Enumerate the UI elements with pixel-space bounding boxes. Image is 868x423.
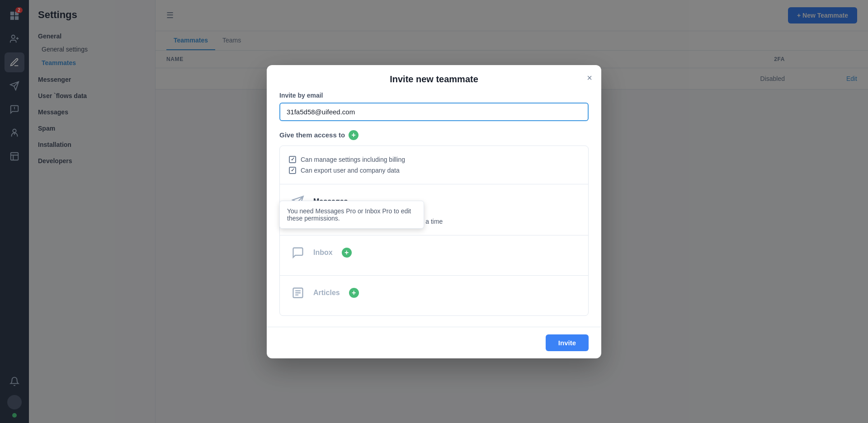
- inbox-icon: [289, 244, 307, 262]
- access-label: Give them access to +: [279, 130, 589, 140]
- modal-overlay[interactable]: Invite new teammate × Invite by email Gi…: [0, 0, 868, 423]
- invite-button[interactable]: Invite: [546, 334, 589, 351]
- permission-section-inbox: Inbox +: [280, 235, 588, 276]
- permission-label-export: Can export user and company data: [301, 167, 400, 174]
- permission-section-articles: Articles +: [280, 276, 588, 315]
- modal-title: Invite new teammate: [390, 74, 478, 85]
- permission-label-billing: Can manage settings including billing: [301, 156, 405, 163]
- modal-footer: Invite: [267, 327, 601, 358]
- articles-icon: [289, 284, 307, 302]
- tooltip-text: You need Messages Pro or Inbox Pro to ed…: [287, 207, 411, 222]
- articles-section-header: Articles +: [289, 284, 579, 302]
- permission-section-settings: Can manage settings including billing Ca…: [280, 146, 588, 184]
- inbox-section-header: Inbox +: [289, 244, 579, 262]
- articles-section-title: Articles: [313, 289, 340, 297]
- email-field-label: Invite by email: [279, 92, 589, 99]
- permissions-container: Can manage settings including billing Ca…: [279, 146, 589, 316]
- checkbox-billing[interactable]: [289, 156, 296, 163]
- modal-header: Invite new teammate ×: [267, 65, 601, 92]
- tooltip: You need Messages Pro or Inbox Pro to ed…: [279, 201, 424, 229]
- inbox-section-title: Inbox: [313, 249, 333, 257]
- access-plus-icon[interactable]: +: [349, 130, 359, 140]
- modal-body: Invite by email Give them access to + Ca…: [267, 92, 601, 327]
- inbox-plus-icon[interactable]: +: [342, 248, 352, 258]
- permission-item-export: Can export user and company data: [289, 165, 579, 176]
- access-label-text: Give them access to: [279, 131, 345, 139]
- articles-plus-icon[interactable]: +: [349, 288, 359, 298]
- email-input[interactable]: [279, 103, 589, 121]
- invite-modal: Invite new teammate × Invite by email Gi…: [267, 65, 601, 358]
- checkbox-export[interactable]: [289, 167, 296, 174]
- modal-close-button[interactable]: ×: [587, 73, 592, 82]
- permission-item-billing: Can manage settings including billing: [289, 154, 579, 165]
